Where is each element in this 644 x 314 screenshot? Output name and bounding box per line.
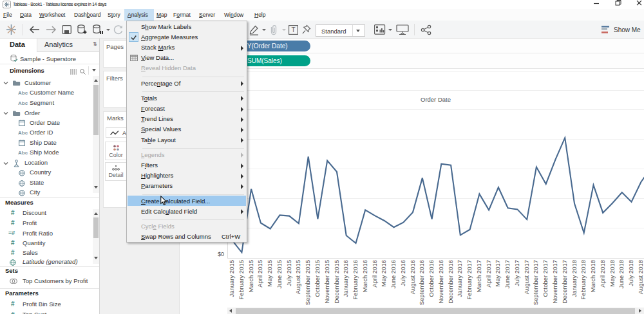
svg-text:T: T — [291, 26, 295, 33]
